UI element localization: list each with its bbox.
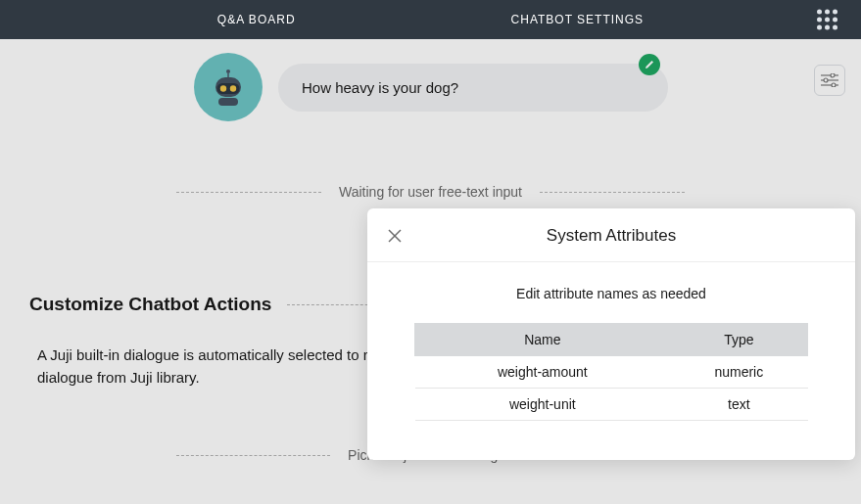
modal-body: Edit attribute names as needed Name Type… [367, 262, 855, 421]
col-type-header: Type [670, 324, 807, 356]
modal-header: System Attributes [367, 208, 855, 262]
attributes-table: Name Type weight-amount numeric weight-u… [414, 323, 808, 421]
system-attributes-modal: System Attributes Edit attribute names a… [367, 208, 855, 460]
header-tabs: Q&A BOARD CHATBOT SETTINGS [217, 13, 644, 26]
modal-subtitle: Edit attribute names as needed [414, 286, 808, 301]
svg-point-10 [220, 85, 226, 91]
customize-title: Customize Chatbot Actions [29, 294, 271, 315]
svg-point-6 [226, 69, 230, 73]
attr-name-cell[interactable]: weight-amount [415, 356, 671, 389]
waiting-divider: Waiting for user free-text input [176, 184, 685, 200]
table-row[interactable]: weight-amount numeric [415, 356, 808, 389]
modal-close-button[interactable] [385, 226, 405, 246]
pencil-icon [645, 59, 655, 69]
attr-type-cell: text [670, 389, 807, 421]
app-header: Q&A BOARD CHATBOT SETTINGS [0, 0, 861, 39]
bot-avatar [194, 53, 263, 121]
close-icon [387, 228, 403, 244]
col-name-header: Name [415, 324, 671, 356]
robot-icon [207, 66, 250, 109]
svg-point-11 [230, 85, 236, 91]
edit-message-button[interactable] [639, 54, 660, 75]
waiting-label: Waiting for user free-text input [339, 184, 522, 200]
apps-grid-icon[interactable] [817, 10, 837, 30]
table-header-row: Name Type [415, 324, 808, 356]
attr-type-cell: numeric [670, 356, 807, 389]
tab-qa-board[interactable]: Q&A BOARD [217, 13, 296, 26]
message-bubble[interactable]: How heavy is your dog? [278, 64, 668, 112]
tab-chatbot-settings[interactable]: CHATBOT SETTINGS [511, 13, 645, 26]
svg-rect-12 [218, 98, 238, 106]
modal-title: System Attributes [385, 226, 837, 246]
message-text: How heavy is your dog? [302, 79, 458, 96]
bot-message-row: How heavy is your dog? [194, 53, 832, 121]
attr-name-cell[interactable]: weight-unit [415, 389, 671, 421]
table-row[interactable]: weight-unit text [415, 389, 808, 421]
